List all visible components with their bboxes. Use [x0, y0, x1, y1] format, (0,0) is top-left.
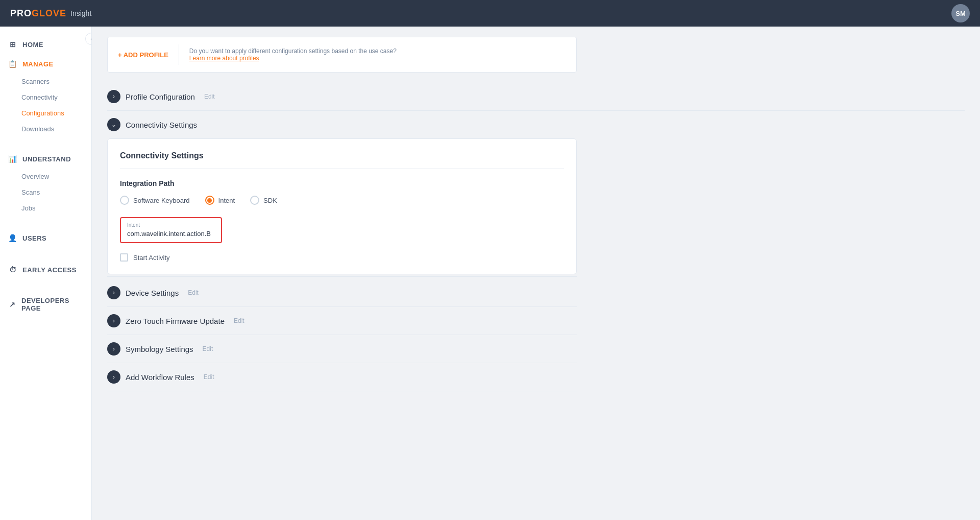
intent-field[interactable]: Intent com.wavelink.intent.action.B [120, 217, 222, 243]
connectivity-settings-label: Connectivity Settings [126, 121, 197, 129]
users-icon: 👤 [8, 233, 17, 243]
home-icon: ⊞ [8, 40, 17, 49]
sidebar-item-jobs[interactable]: Jobs [0, 200, 91, 216]
workflow-rules-label: Add Workflow Rules [126, 373, 194, 382]
radio-circle-sdk [250, 196, 259, 205]
sidebar-item-connectivity[interactable]: Connectivity [0, 89, 91, 105]
device-settings-section[interactable]: › Device Settings Edit [107, 279, 577, 306]
integration-path-label: Integration Path [120, 179, 564, 187]
symbology-edit[interactable]: Edit [203, 345, 213, 352]
radio-sdk[interactable]: SDK [250, 196, 277, 205]
sidebar-developers-label: DEVELOPERS PAGE [21, 297, 83, 312]
radio-label-sdk: SDK [263, 197, 277, 204]
connectivity-settings-card: Connectivity Settings Integration Path S… [107, 138, 577, 274]
add-profile-button[interactable]: + ADD PROFILE [118, 51, 168, 59]
sidebar-users-label: USERS [22, 234, 46, 242]
radio-intent[interactable]: Intent [205, 196, 235, 205]
symbology-toggle[interactable]: › [107, 342, 120, 356]
start-activity-row: Start Activity [120, 253, 564, 262]
top-navigation: PROGLOVE Insight SM [0, 0, 980, 27]
zero-touch-label: Zero Touch Firmware Update [126, 317, 225, 325]
connectivity-settings-section[interactable]: ⌄ Connectivity Settings [107, 111, 577, 138]
sidebar-item-users[interactable]: 👤 USERS [0, 228, 91, 248]
symbology-label: Symbology Settings [126, 345, 193, 353]
device-settings-toggle[interactable]: › [107, 286, 120, 299]
radio-label-intent: Intent [218, 197, 235, 204]
radio-software-keyboard[interactable]: Software Keyboard [120, 196, 190, 205]
workflow-rules-edit[interactable]: Edit [204, 373, 214, 381]
profile-config-section[interactable]: › Profile Configuration Edit [107, 83, 577, 110]
radio-label-software-keyboard: Software Keyboard [133, 197, 190, 204]
main-content: + ADD PROFILE Do you want to apply diffe… [92, 27, 980, 520]
sidebar-item-home[interactable]: ⊞ HOME [0, 35, 91, 54]
sidebar-item-understand[interactable]: 📊 UNDERSTAND [0, 149, 91, 169]
profile-config-toggle[interactable]: › [107, 90, 120, 103]
understand-icon: 📊 [8, 154, 17, 163]
brand-insight: Insight [70, 9, 91, 17]
integration-path-radio-group: Software Keyboard Intent SDK [120, 196, 564, 205]
sidebar: ‹ ⊞ HOME 📋 MANAGE Scanners Connectivity … [0, 27, 92, 520]
sidebar-item-scans[interactable]: Scans [0, 184, 91, 200]
card-title: Connectivity Settings [120, 151, 564, 169]
profile-config-label: Profile Configuration [126, 92, 195, 101]
workflow-rules-toggle[interactable]: › [107, 370, 120, 384]
device-settings-label: Device Settings [126, 289, 179, 297]
early-access-icon: ⏱ [8, 265, 17, 274]
intent-field-value: com.wavelink.intent.action.B [127, 230, 211, 238]
radio-circle-software-keyboard [120, 196, 129, 205]
start-activity-label: Start Activity [133, 254, 170, 262]
sidebar-home-label: HOME [22, 41, 43, 49]
connectivity-settings-toggle[interactable]: ⌄ [107, 118, 120, 131]
manage-icon: 📋 [8, 59, 17, 68]
sidebar-item-scanners[interactable]: Scanners [0, 74, 91, 89]
brand-pro: PRO [10, 8, 32, 18]
sidebar-item-developers[interactable]: ↗ DEVELOPERS PAGE [0, 292, 91, 317]
sidebar-early-access-label: EARLY ACCESS [22, 266, 77, 274]
add-profile-banner: + ADD PROFILE Do you want to apply diffe… [107, 37, 577, 73]
radio-circle-intent [205, 196, 214, 205]
start-activity-checkbox[interactable] [120, 253, 128, 262]
sidebar-item-overview[interactable]: Overview [0, 169, 91, 184]
developers-icon: ↗ [8, 300, 16, 309]
learn-more-link[interactable]: Learn more about profiles [189, 55, 259, 62]
brand-glove: GLOVE [32, 8, 66, 18]
avatar[interactable]: SM [951, 4, 970, 22]
banner-info-text: Do you want to apply different configura… [189, 48, 397, 55]
profile-config-edit[interactable]: Edit [204, 93, 215, 100]
workflow-rules-section[interactable]: › Add Workflow Rules Edit [107, 363, 577, 391]
zero-touch-section[interactable]: › Zero Touch Firmware Update Edit [107, 307, 577, 335]
sidebar-understand-label: UNDERSTAND [22, 155, 71, 163]
sidebar-item-configurations[interactable]: Configurations [0, 105, 91, 121]
symbology-section[interactable]: › Symbology Settings Edit [107, 335, 577, 363]
banner-divider [179, 44, 179, 65]
sidebar-manage-label: MANAGE [22, 60, 54, 68]
zero-touch-toggle[interactable]: › [107, 314, 120, 327]
brand-logo: PROGLOVE Insight [10, 8, 91, 19]
banner-info: Do you want to apply different configura… [189, 48, 397, 62]
sidebar-item-early-access[interactable]: ⏱ EARLY ACCESS [0, 260, 91, 279]
device-settings-edit[interactable]: Edit [188, 289, 199, 296]
sidebar-item-manage[interactable]: 📋 MANAGE [0, 54, 91, 74]
intent-field-label: Intent [127, 222, 215, 228]
zero-touch-edit[interactable]: Edit [234, 317, 244, 324]
sidebar-item-downloads[interactable]: Downloads [0, 121, 91, 137]
